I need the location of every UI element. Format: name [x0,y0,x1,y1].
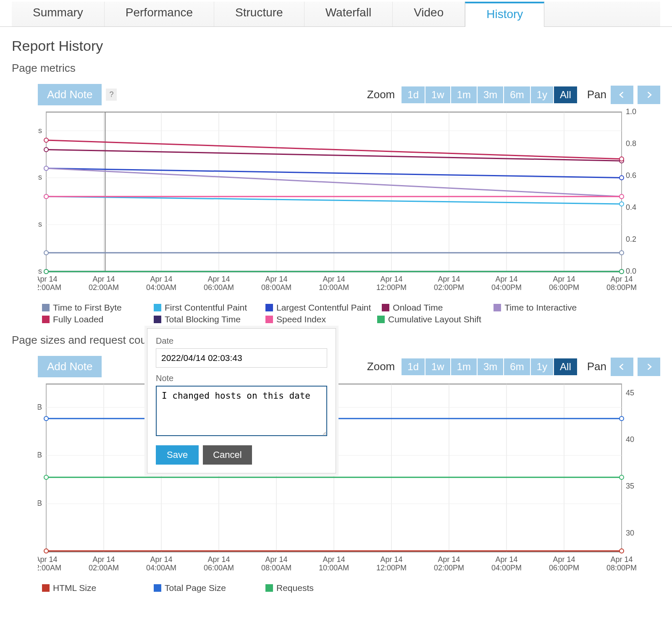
save-button[interactable]: Save [156,445,199,465]
legend-swatch [154,584,161,592]
svg-point-50 [44,251,48,255]
svg-text:06:00AM: 06:00AM [204,283,234,292]
svg-text:0.6: 0.6 [626,171,636,180]
svg-point-125 [620,416,624,421]
legend-item[interactable]: Total Page Size [154,583,255,593]
svg-text:Apr 14: Apr 14 [38,555,58,564]
svg-text:Apr 14: Apr 14 [265,555,287,564]
svg-point-72 [620,194,624,199]
svg-text:Apr 14: Apr 14 [610,555,633,564]
zoom-3m[interactable]: 3m [478,358,503,375]
zoom-3m[interactable]: 3m [478,86,503,103]
legend-swatch [377,316,385,323]
svg-text:977KB: 977KB [38,451,42,459]
svg-text:Apr 14: Apr 14 [92,555,115,564]
zoom-1w[interactable]: 1w [425,358,450,375]
svg-text:02:00AM: 02:00AM [89,283,119,292]
zoom-1w[interactable]: 1w [425,86,450,103]
legend-item[interactable]: Speed Index [265,314,366,324]
svg-text:06:00PM: 06:00PM [549,564,579,572]
svg-point-74 [44,269,48,274]
svg-text:04:00AM: 04:00AM [146,564,176,572]
svg-text:Apr 14: Apr 14 [38,275,58,283]
legend-swatch [382,304,389,311]
legend-item[interactable]: Onload Time [382,303,483,313]
tab-history[interactable]: History [465,2,544,27]
legend-swatch [265,584,273,592]
add-note-button-2[interactable]: Add Note [38,356,102,377]
svg-point-66 [620,157,624,161]
add-note-button[interactable]: Add Note [38,84,102,105]
legend-swatch [265,316,273,323]
note-text-label: Note [156,374,327,383]
svg-text:12:00AM: 12:00AM [38,283,61,292]
svg-point-57 [620,175,624,180]
tab-structure[interactable]: Structure [214,2,304,26]
svg-text:Apr 14: Apr 14 [553,275,575,283]
pan-label: Pan [587,88,606,101]
legend-item[interactable]: Fully Loaded [42,314,143,324]
section-page-sizes-title: Page sizes and request counts [12,334,660,347]
legend-item[interactable]: Time to Interactive [494,303,594,313]
zoom-6m[interactable]: 6m [504,86,530,103]
svg-text:12:00PM: 12:00PM [376,283,407,292]
svg-text:Apr 14: Apr 14 [438,555,460,564]
svg-text:10:00AM: 10:00AM [319,564,349,572]
pan-label-2: Pan [587,360,606,373]
tab-waterfall[interactable]: Waterfall [304,2,393,26]
zoom-1d[interactable]: 1d [402,86,425,103]
zoom-6m[interactable]: 6m [504,358,530,375]
zoom-1d[interactable]: 1d [402,358,425,375]
note-text-input[interactable] [156,386,327,436]
pan-right-button-2[interactable] [638,358,660,376]
zoom-all[interactable]: All [554,358,577,375]
svg-text:Apr 14: Apr 14 [92,275,115,283]
svg-text:Apr 14: Apr 14 [495,275,517,283]
svg-text:08:00PM: 08:00PM [606,564,637,572]
svg-point-127 [44,475,48,479]
tab-video[interactable]: Video [393,2,465,26]
legend-swatch [42,316,50,323]
zoom-1m[interactable]: 1m [451,86,477,103]
help-icon[interactable]: ? [106,89,117,101]
tab-summary[interactable]: Summary [12,2,105,26]
legend-item[interactable]: Time to First Byte [42,303,143,313]
chart1-toolbar: Add Note ? Zoom 1d1w1m3m6m1yAll Pan [38,84,660,105]
legend-item[interactable]: First Contentful Paint [154,303,255,313]
legend-item[interactable]: Total Blocking Time [154,314,255,324]
zoom-1y[interactable]: 1y [531,358,553,375]
legend-label: Onload Time [393,303,443,313]
note-date-input[interactable] [156,348,327,368]
page-title: Report History [12,38,660,54]
cancel-button[interactable]: Cancel [203,445,252,465]
legend-item[interactable]: Largest Contentful Paint [265,303,371,313]
legend-item[interactable]: HTML Size [42,583,143,593]
pan-left-button-2[interactable] [611,358,633,376]
legend-item[interactable]: Requests [265,583,366,593]
svg-text:04:00AM: 04:00AM [146,283,176,292]
pan-left-button[interactable] [611,86,633,104]
pan-right-button[interactable] [638,86,660,104]
legend-label: Time to Interactive [504,303,577,313]
legend-swatch [154,316,161,323]
zoom-1m[interactable]: 1m [451,358,477,375]
zoom-1y[interactable]: 1y [531,86,553,103]
svg-text:06:00PM: 06:00PM [549,283,579,292]
svg-point-121 [44,549,48,553]
svg-text:Apr 14: Apr 14 [610,275,633,283]
legend-label: Time to First Byte [53,303,122,313]
legend-label: Speed Index [276,314,326,324]
tab-performance[interactable]: Performance [105,2,214,26]
zoom-label-2: Zoom [367,360,395,373]
legend-label: Total Page Size [165,583,226,593]
zoom-all[interactable]: All [554,86,577,103]
svg-point-62 [44,166,48,170]
svg-text:Apr 14: Apr 14 [553,555,575,564]
legend-item[interactable]: Cumulative Layout Shift [377,314,481,324]
svg-text:04:00PM: 04:00PM [491,283,522,292]
svg-point-51 [620,251,624,255]
svg-text:Apr 14: Apr 14 [438,275,460,283]
legend-label: Total Blocking Time [165,314,241,324]
svg-point-65 [44,138,48,142]
svg-text:40: 40 [626,435,634,444]
